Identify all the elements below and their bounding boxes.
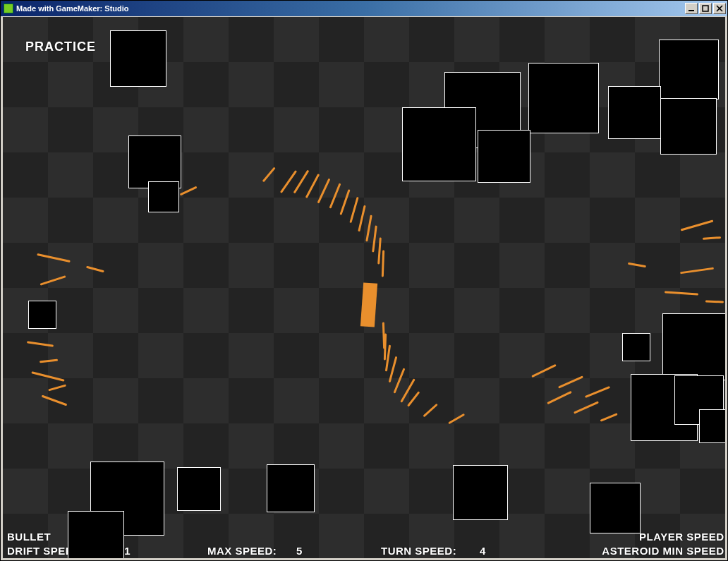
window-buttons xyxy=(684,3,726,14)
asteroid xyxy=(660,98,717,155)
titlebar[interactable]: Made with GameMaker: Studio xyxy=(1,1,727,16)
bullet-streak xyxy=(705,301,724,303)
asteroid xyxy=(699,409,725,443)
bullet-streak xyxy=(547,391,571,404)
bullet-streak xyxy=(585,386,610,398)
bullet-streak xyxy=(382,250,384,277)
player-ship xyxy=(360,282,377,327)
asteroid xyxy=(68,511,124,558)
bullet-streak xyxy=(448,414,465,424)
asteroid xyxy=(453,465,508,520)
turn-speed-value: 4 xyxy=(480,545,486,557)
bullet-streak xyxy=(37,253,71,263)
bullet-streak xyxy=(27,341,54,346)
asteroid xyxy=(128,135,181,188)
player-speed-label: PLAYER SPEED: xyxy=(639,531,725,543)
bullet-streak xyxy=(180,186,198,195)
asteroid-min-speed-label: ASTEROID MIN SPEED: xyxy=(602,545,725,557)
bullet-streak xyxy=(574,401,599,414)
bullet-streak xyxy=(531,364,556,378)
minimize-button[interactable] xyxy=(685,3,698,14)
asteroid xyxy=(402,107,476,181)
bullet-streak xyxy=(349,197,358,223)
bullet-streak xyxy=(48,384,66,391)
asteroid xyxy=(662,313,725,380)
bullet-streak xyxy=(262,167,276,182)
svg-rect-0 xyxy=(688,10,694,11)
window-title: Made with GameMaker: Studio xyxy=(16,4,684,13)
bullet-streak xyxy=(665,291,698,295)
bullet-streak xyxy=(372,225,377,252)
bullet-streak xyxy=(86,266,104,272)
bullet-streak xyxy=(365,215,372,242)
svg-rect-1 xyxy=(703,6,708,11)
bullet-streak xyxy=(40,359,58,363)
asteroid xyxy=(659,40,719,99)
bullet-streak xyxy=(339,189,350,215)
bullet-streak xyxy=(384,333,387,360)
bullet-streak xyxy=(681,219,714,231)
bullet-streak xyxy=(305,174,320,198)
asteroid xyxy=(110,30,166,87)
asteroid xyxy=(622,333,650,361)
bullet-streak xyxy=(680,267,714,275)
bullet-streak xyxy=(407,391,420,406)
asteroid xyxy=(267,464,315,512)
bullet-streak xyxy=(703,236,721,239)
max-speed-value: 5 xyxy=(296,545,303,557)
bullet-streak xyxy=(628,263,646,267)
bullet-streak xyxy=(393,368,405,393)
bullet-streak xyxy=(40,275,66,286)
close-icon xyxy=(716,5,723,12)
asteroid xyxy=(528,63,599,133)
bullet-streak xyxy=(31,371,64,382)
bullet-streak xyxy=(600,413,617,421)
bullet-streak xyxy=(558,375,583,388)
asteroid xyxy=(148,181,179,212)
bullet-streak xyxy=(423,404,438,417)
bullet-streak xyxy=(358,205,365,232)
maximize-button[interactable] xyxy=(699,3,712,14)
asteroid xyxy=(28,301,56,329)
asteroid xyxy=(590,483,641,533)
app-window: Made with GameMaker: Studio PRACTICE E B… xyxy=(0,0,728,561)
bullet-label: BULLET xyxy=(7,531,51,543)
bullet-streak xyxy=(329,183,341,208)
max-speed-label: MAX SPEED: xyxy=(207,545,277,557)
turn-speed-label: TURN SPEED: xyxy=(381,545,456,557)
bullet-streak xyxy=(389,356,398,382)
minimize-icon xyxy=(688,5,695,12)
app-icon xyxy=(4,4,13,13)
asteroid xyxy=(177,467,221,511)
maximize-icon xyxy=(702,5,709,12)
bullet-streak xyxy=(317,179,331,204)
game-viewport[interactable]: PRACTICE E BULLET 17 DRIFT SPEED: 0.01 M… xyxy=(3,17,725,558)
close-button[interactable] xyxy=(713,3,726,14)
asteroid xyxy=(608,86,661,139)
mode-label-left: PRACTICE xyxy=(25,40,96,54)
asteroid xyxy=(478,130,530,183)
bullet-streak xyxy=(377,237,382,264)
bullet-streak xyxy=(42,395,68,406)
